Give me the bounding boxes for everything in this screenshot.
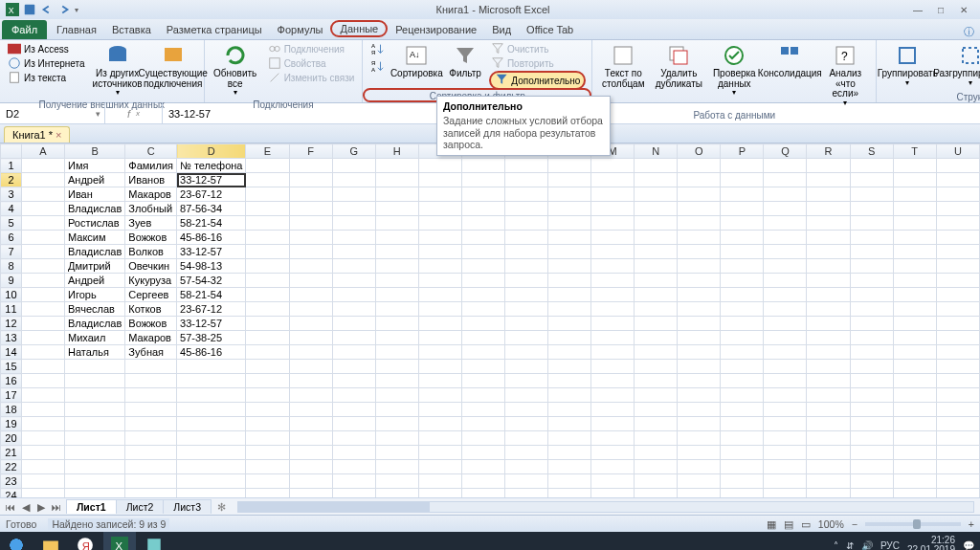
cell[interactable]: [721, 202, 764, 216]
cell[interactable]: [375, 331, 418, 345]
cell[interactable]: [64, 403, 124, 417]
cell[interactable]: Макаров: [125, 187, 177, 202]
cell[interactable]: [289, 231, 332, 245]
cell[interactable]: [504, 417, 547, 431]
cell[interactable]: [504, 274, 547, 288]
zoom-slider[interactable]: [865, 522, 961, 526]
cell[interactable]: [893, 288, 936, 302]
cell[interactable]: [332, 331, 375, 345]
cell[interactable]: [547, 446, 590, 460]
cell[interactable]: [936, 474, 979, 489]
from-text-button[interactable]: Из текста: [6, 71, 87, 84]
whatif-button[interactable]: ?Анализ «что если»▾: [820, 42, 870, 109]
cell[interactable]: [590, 417, 634, 431]
cell[interactable]: [21, 187, 64, 202]
row-header[interactable]: 10: [1, 288, 22, 302]
cell[interactable]: [807, 202, 850, 216]
cell[interactable]: [936, 187, 979, 202]
cell[interactable]: [936, 403, 979, 417]
cell[interactable]: [289, 274, 332, 288]
cell[interactable]: [125, 474, 177, 489]
cell[interactable]: [461, 388, 504, 403]
cell[interactable]: [678, 216, 721, 231]
cell[interactable]: [504, 474, 547, 489]
cell[interactable]: [678, 173, 721, 187]
cell[interactable]: [547, 317, 590, 331]
cell[interactable]: [246, 231, 289, 245]
tab-Вставка[interactable]: Вставка: [104, 20, 159, 39]
cell[interactable]: 58-21-54: [177, 288, 246, 302]
cell[interactable]: [461, 288, 504, 302]
cell[interactable]: [461, 403, 504, 417]
cell[interactable]: [764, 474, 807, 489]
save-icon[interactable]: [23, 3, 36, 16]
cell[interactable]: [461, 317, 504, 331]
cell[interactable]: [504, 388, 547, 403]
cell[interactable]: [289, 288, 332, 302]
cell[interactable]: [64, 374, 124, 388]
view-pagebreak-icon[interactable]: ▭: [801, 518, 811, 530]
cell[interactable]: [590, 374, 634, 388]
cell[interactable]: [21, 360, 64, 374]
cell[interactable]: Волков: [125, 245, 177, 259]
cell[interactable]: Зубная: [125, 345, 177, 360]
cell[interactable]: [893, 302, 936, 317]
cell[interactable]: [807, 331, 850, 345]
cell[interactable]: [289, 417, 332, 431]
cell[interactable]: [375, 302, 418, 317]
cell[interactable]: [547, 173, 590, 187]
cell[interactable]: [807, 231, 850, 245]
cell[interactable]: [332, 173, 375, 187]
cell[interactable]: [504, 446, 547, 460]
cell[interactable]: [125, 446, 177, 460]
cell[interactable]: [418, 460, 461, 474]
cell[interactable]: [936, 345, 979, 360]
cell[interactable]: [590, 159, 634, 173]
cell[interactable]: [332, 159, 375, 173]
cell[interactable]: [177, 446, 246, 460]
cell[interactable]: [893, 245, 936, 259]
cell[interactable]: [807, 245, 850, 259]
cell[interactable]: [177, 489, 246, 498]
cell[interactable]: [375, 417, 418, 431]
row-header[interactable]: 5: [1, 216, 22, 231]
cell[interactable]: [21, 489, 64, 498]
cell[interactable]: [246, 216, 289, 231]
cell[interactable]: [678, 288, 721, 302]
cell[interactable]: [850, 446, 893, 460]
cell[interactable]: [246, 403, 289, 417]
cell[interactable]: [678, 474, 721, 489]
task-explorer[interactable]: [34, 532, 67, 550]
cell[interactable]: [721, 216, 764, 231]
cell[interactable]: [332, 460, 375, 474]
cell[interactable]: [547, 417, 590, 431]
cell[interactable]: [461, 302, 504, 317]
consolidate-button[interactable]: Консолидация: [765, 42, 814, 81]
cell[interactable]: [807, 360, 850, 374]
cell[interactable]: [936, 231, 979, 245]
cell[interactable]: [125, 431, 177, 446]
cell[interactable]: [504, 259, 547, 274]
cell[interactable]: [547, 288, 590, 302]
cell[interactable]: [375, 216, 418, 231]
cell[interactable]: [21, 388, 64, 403]
cell[interactable]: [893, 159, 936, 173]
select-all-cell[interactable]: [1, 144, 22, 159]
group-button[interactable]: Группировать▾: [882, 42, 932, 89]
cell[interactable]: [547, 374, 590, 388]
col-header-F[interactable]: F: [289, 144, 332, 159]
cell[interactable]: [289, 245, 332, 259]
cell[interactable]: [375, 374, 418, 388]
row-header[interactable]: 7: [1, 245, 22, 259]
cell[interactable]: [332, 216, 375, 231]
view-normal-icon[interactable]: ▦: [767, 518, 776, 530]
cell[interactable]: [893, 489, 936, 498]
col-header-O[interactable]: O: [678, 144, 721, 159]
cell[interactable]: [850, 374, 893, 388]
cell[interactable]: [461, 417, 504, 431]
cell[interactable]: [461, 259, 504, 274]
sheet-tab[interactable]: Лист3: [163, 499, 212, 514]
cell[interactable]: [635, 374, 678, 388]
cell[interactable]: [375, 460, 418, 474]
cell[interactable]: [177, 388, 246, 403]
